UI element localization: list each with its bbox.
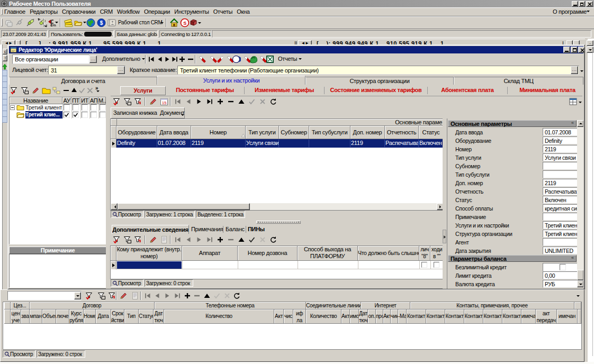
svg-text:$: $ <box>100 20 103 26</box>
svg-text:S: S <box>183 21 186 26</box>
